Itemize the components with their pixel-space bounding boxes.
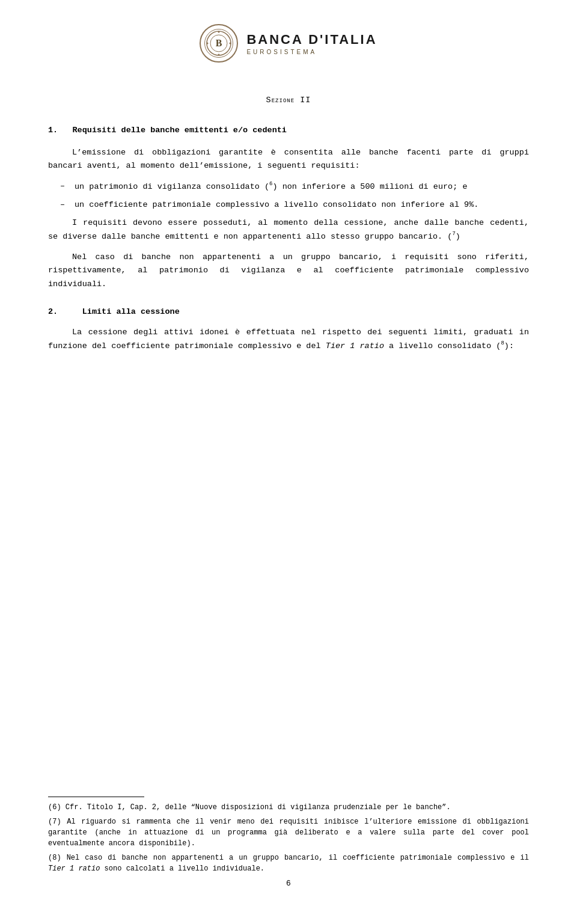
logo-emblem-svg: B [206, 30, 232, 57]
article1-para2: Nel caso di banche non appartenenti a un… [48, 251, 529, 291]
article2-para1: La cessione degli attivi idonei è effett… [48, 326, 529, 353]
page-number: 6 [48, 879, 529, 888]
svg-point-3 [218, 31, 220, 33]
bullet-item-2: – un coefficiente patrimoniale complessi… [48, 198, 529, 212]
main-content: Sezione II 1. Requisiti delle banche emi… [48, 94, 529, 353]
bullet-dash-1: – [60, 180, 70, 194]
footnote-8: (8) Nel caso di banche non appartenenti … [48, 852, 529, 874]
logo-circle: B [200, 24, 238, 63]
svg-point-5 [207, 43, 209, 44]
article2-number: 2. [48, 307, 58, 316]
svg-text:B: B [216, 38, 222, 48]
article1-title-text: Requisiti delle banche emittenti e/o ced… [73, 126, 287, 135]
article1-para1: I requisiti devono essere posseduti, al … [48, 216, 529, 243]
logo-letter: B [204, 29, 233, 58]
footnote-area: (6) Cfr. Titolo I, Cap. 2, delle “Nuove … [48, 797, 529, 888]
logo-title: BANCA D'ITALIA [246, 32, 377, 47]
footnote-divider [48, 797, 144, 797]
article1-intro: L’emissione di obbligazioni garantite è … [48, 146, 529, 173]
bullet-text-2: un coefficiente patrimoniale complessivo… [75, 198, 529, 212]
svg-point-4 [218, 54, 220, 56]
logo-text-block: BANCA D'ITALIA EUROSISTEMA [246, 32, 377, 55]
logo-subtitle: EUROSISTEMA [246, 49, 317, 55]
article1-title: 1. Requisiti delle banche emittenti e/o … [48, 124, 529, 137]
footnote-6: (6) Cfr. Titolo I, Cap. 2, delle “Nuove … [48, 802, 529, 813]
bullet-item-1: – un patrimonio di vigilanza consolidato… [48, 180, 529, 194]
bullet-dash-2: – [60, 198, 70, 212]
svg-point-6 [230, 43, 231, 44]
article2-title-text: Limiti alla cessione [82, 307, 180, 316]
section-title: Sezione II [48, 94, 529, 107]
footnote-7: (7) Al riguardo si rammenta che il venir… [48, 816, 529, 849]
page-header: B BANCA D'ITALIA EUROSISTEMA [48, 24, 529, 64]
logo-container: B BANCA D'ITALIA EUROSISTEMA [200, 24, 377, 63]
article1-number: 1. [48, 126, 58, 135]
bullet-text-1: un patrimonio di vigilanza consolidato (… [75, 180, 529, 194]
article2-title: 2. Limiti alla cessione [48, 305, 529, 319]
